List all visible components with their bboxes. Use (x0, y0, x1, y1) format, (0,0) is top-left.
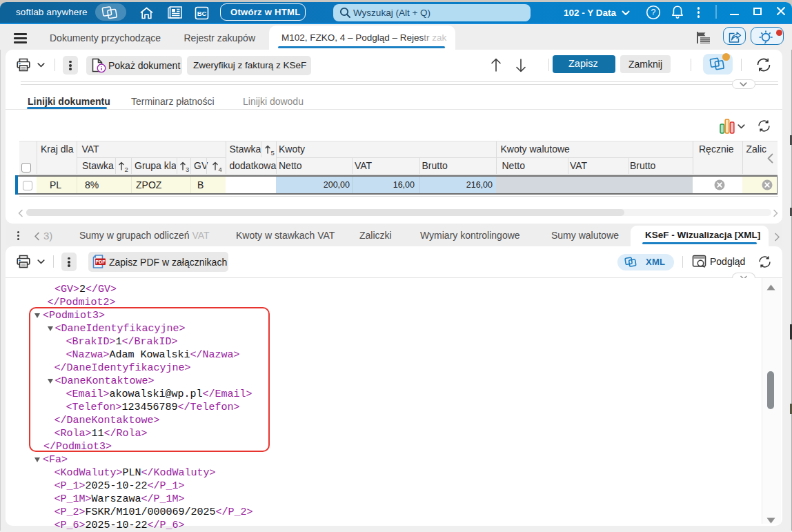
svg-text:PDF: PDF (96, 259, 106, 264)
svg-text:?: ? (651, 8, 656, 17)
svg-text:BC: BC (197, 10, 207, 17)
